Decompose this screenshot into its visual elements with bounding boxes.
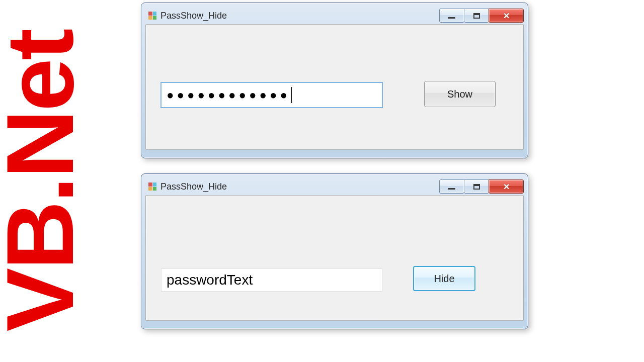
window-passshow-hide-masked: PassShow_Hide ✕ ●●●●●●●●●●●● Show [141, 3, 528, 158]
maximize-button[interactable] [464, 179, 489, 194]
window-passshow-hide-revealed: PassShow_Hide ✕ passwordText Hide [141, 173, 528, 329]
maximize-icon [473, 184, 480, 190]
client-area: ●●●●●●●●●●●● Show [145, 24, 524, 150]
app-icon [148, 183, 156, 191]
text-caret [291, 87, 292, 103]
maximize-icon [473, 13, 480, 19]
window-title: PassShow_Hide [160, 11, 227, 21]
side-brand-label: VB.Net [0, 31, 88, 332]
close-button[interactable]: ✕ [489, 9, 524, 23]
window-controls: ✕ [440, 9, 524, 23]
password-value-text: passwordText [167, 272, 253, 288]
minimize-icon [448, 17, 455, 19]
window-title: PassShow_Hide [160, 182, 227, 192]
titlebar[interactable]: PassShow_Hide ✕ [145, 7, 524, 24]
minimize-button[interactable] [439, 9, 464, 23]
app-icon [148, 12, 156, 20]
client-area: passwordText Hide [145, 195, 524, 321]
window-controls: ✕ [440, 179, 524, 194]
minimize-button[interactable] [439, 179, 464, 194]
password-input[interactable]: ●●●●●●●●●●●● [161, 82, 382, 108]
minimize-icon [448, 188, 455, 190]
password-input[interactable]: passwordText [161, 268, 382, 292]
close-button[interactable]: ✕ [489, 179, 524, 194]
maximize-button[interactable] [464, 9, 489, 23]
titlebar[interactable]: PassShow_Hide ✕ [145, 178, 524, 195]
password-mask-text: ●●●●●●●●●●●● [167, 88, 290, 102]
show-button[interactable]: Show [424, 81, 496, 107]
hide-button-label: Hide [434, 273, 454, 285]
hide-button[interactable]: Hide [413, 266, 475, 291]
close-icon: ✕ [503, 182, 510, 192]
close-icon: ✕ [503, 11, 510, 21]
show-button-label: Show [447, 88, 472, 100]
